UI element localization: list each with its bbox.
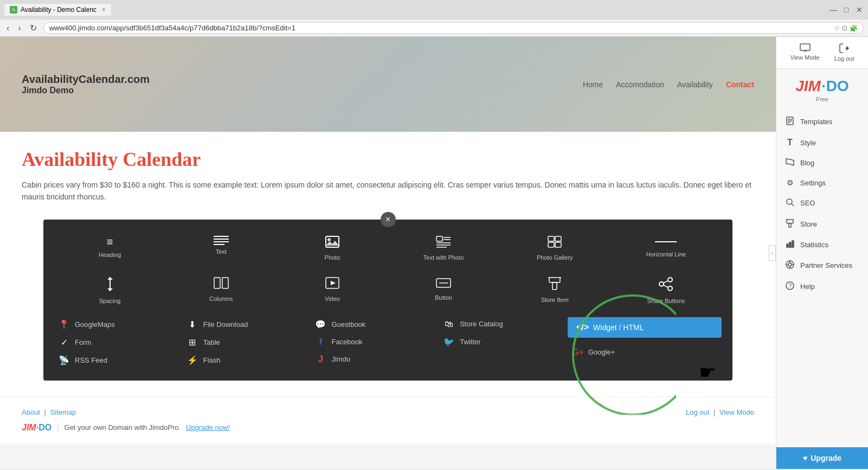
upgrade-label: Upgrade — [811, 454, 841, 462]
widget-store-catalog[interactable]: 🛍 Store Catalog — [439, 317, 568, 331]
widget-twitter[interactable]: 🐦 Twitter — [439, 334, 568, 349]
widget-video[interactable]: Video — [277, 272, 388, 310]
svg-point-48 — [788, 263, 792, 266]
text-label: Text — [216, 248, 227, 255]
jimdo-logo-j: JIM — [795, 78, 821, 95]
widget-picker-close-button[interactable]: × — [381, 212, 396, 227]
widget-html-label: Widget / HTML — [593, 323, 644, 332]
nav-accomodation[interactable]: Accomodation — [616, 80, 664, 89]
svg-point-25 — [668, 286, 672, 291]
photo-gallery-label: Photo Gallery — [537, 254, 573, 261]
widget-text[interactable]: Text — [165, 230, 277, 266]
widget-button[interactable]: Button — [388, 272, 499, 310]
spacing-label: Spacing — [99, 298, 121, 304]
widget-grid-row-1: ≡ Heading Text — [54, 230, 722, 266]
sidebar-top-controls: View Mode Log out — [776, 37, 868, 69]
footer-top: About | Sitemap Log out | View Mode — [22, 408, 754, 416]
sidebar-item-blog[interactable]: Blog — [776, 153, 868, 173]
minimize-button[interactable]: — — [829, 5, 838, 14]
widget-spacing[interactable]: Spacing — [54, 272, 165, 310]
log-out-button[interactable]: Log out — [834, 43, 854, 62]
flash-icon: ⚡ — [187, 355, 198, 365]
widget-form[interactable]: ✓ Form — [54, 335, 183, 350]
new-tab-button[interactable] — [115, 3, 132, 16]
sidebar-item-settings[interactable]: ⚙ Settings — [776, 173, 868, 192]
spacing-icon — [105, 277, 115, 294]
share-buttons-label: Share Buttons — [647, 298, 685, 304]
site-logo: AvailabilityCalendar.com Jimdo Demo — [22, 73, 150, 95]
googlemaps-label: GoogleMaps — [75, 320, 115, 329]
extension-icon: 🧩 — [850, 24, 858, 32]
page-layout: AvailabilityCalendar.com Jimdo Demo Home… — [0, 37, 868, 469]
widget-list-row: 📍 GoogleMaps ✓ Form 📡 RSS Feed — [54, 315, 722, 370]
sidebar-item-help[interactable]: ? Help — [776, 276, 868, 297]
widget-html-button[interactable]: </> Widget / HTML — [568, 317, 722, 338]
page-title: Availability Calendar — [22, 148, 754, 171]
widget-share-buttons[interactable]: Share Buttons — [610, 272, 722, 310]
widget-facebook[interactable]: f Facebook — [311, 335, 439, 349]
upgrade-button[interactable]: ♥ Upgrade — [776, 447, 868, 469]
svg-line-40 — [792, 204, 794, 206]
nav-availability[interactable]: Availability — [677, 80, 713, 89]
svg-marker-34 — [847, 47, 848, 50]
sidebar-item-seo[interactable]: SEO — [776, 192, 868, 214]
view-mode-icon — [800, 43, 811, 52]
forward-button[interactable]: › — [16, 22, 23, 34]
sidebar-item-templates[interactable]: Templates — [776, 111, 868, 132]
widget-text-with-photo[interactable]: Text with Photo — [388, 230, 499, 266]
cast-icon: ⊡ — [842, 24, 847, 32]
twitter-label: Twitter — [460, 338, 480, 346]
nav-home[interactable]: Home — [583, 80, 603, 89]
cursor-hand-icon: ☛ — [699, 361, 716, 384]
heading-label: Heading — [99, 252, 121, 258]
widget-photo-gallery[interactable]: Photo Gallery — [499, 230, 610, 266]
scroll-arrow[interactable]: › — [769, 245, 776, 261]
site-name-line2: Jimdo Demo — [22, 86, 150, 95]
widget-rss-feed[interactable]: 📡 RSS Feed — [54, 353, 183, 368]
widget-html-column: </> Widget / HTML G+ Google+ ☛ — [568, 317, 722, 368]
widget-table[interactable]: ⊞ Table — [183, 335, 311, 350]
about-link[interactable]: About — [22, 408, 40, 416]
store-label: Store — [800, 220, 817, 228]
sidebar-item-statistics[interactable]: Statistics — [776, 235, 868, 255]
widget-file-download[interactable]: ⬇ File Download — [183, 317, 311, 332]
address-icons: ☆ ⊡ 🧩 — [834, 24, 858, 32]
upgrade-link[interactable]: Upgrade now! — [186, 423, 230, 432]
close-button[interactable]: ✕ — [855, 5, 864, 14]
browser-tab[interactable]: A Availability - Demo Calenc × — [4, 4, 111, 16]
website-area: AvailabilityCalendar.com Jimdo Demo Home… — [0, 37, 776, 469]
store-catalog-label: Store Catalog — [460, 320, 503, 328]
back-button[interactable]: ‹ — [4, 22, 11, 34]
widget-columns[interactable]: Columns — [165, 272, 277, 310]
widget-store-item[interactable]: Store Item — [499, 272, 610, 310]
address-bar[interactable]: www400.jimdo.com/app/sdf3b651df3a54a4c/p… — [43, 22, 864, 34]
view-mode-button[interactable]: View Mode — [790, 43, 820, 62]
maximize-button[interactable]: □ — [842, 5, 851, 14]
sidebar-item-style[interactable]: T Style — [776, 132, 868, 153]
tab-close-button[interactable]: × — [102, 6, 106, 14]
reload-button[interactable]: ↻ — [28, 22, 39, 34]
widget-google-plus[interactable]: G+ Google+ — [568, 344, 722, 360]
sitemap-link[interactable]: Sitemap — [50, 408, 76, 416]
widget-heading[interactable]: ≡ Heading — [54, 230, 165, 266]
sidebar-item-store[interactable]: Store — [776, 214, 868, 235]
nav-contact[interactable]: Contact — [726, 80, 754, 89]
sidebar-item-partner-services[interactable]: Partner Services — [776, 255, 868, 276]
form-label: Form — [75, 338, 91, 346]
widget-guestbook[interactable]: 💬 Guestbook — [311, 317, 439, 332]
widget-horizontal-line[interactable]: Horizontal Line — [610, 230, 722, 266]
widget-list-col-4: 🛍 Store Catalog 🐦 Twitter — [439, 317, 568, 368]
browser-addressbar: ‹ › ↻ www400.jimdo.com/app/sdf3b651df3a5… — [0, 20, 868, 36]
widget-flash[interactable]: ⚡ Flash — [183, 353, 311, 368]
store-catalog-icon: 🛍 — [443, 319, 454, 329]
widget-list-col-2: ⬇ File Download ⊞ Table ⚡ Flash — [183, 317, 311, 368]
view-mode-link[interactable]: View Mode — [719, 408, 754, 416]
button-icon — [436, 277, 451, 291]
partner-services-icon — [785, 260, 795, 271]
widget-googlemaps[interactable]: 📍 GoogleMaps — [54, 317, 183, 332]
widget-photo[interactable]: Photo — [277, 230, 388, 266]
log-out-link[interactable]: Log out — [686, 408, 709, 416]
widget-jimdo[interactable]: J Jimdo — [311, 352, 439, 366]
footer-right-links: Log out | View Mode — [686, 408, 754, 416]
jimdo-free-label: Free — [816, 96, 828, 102]
